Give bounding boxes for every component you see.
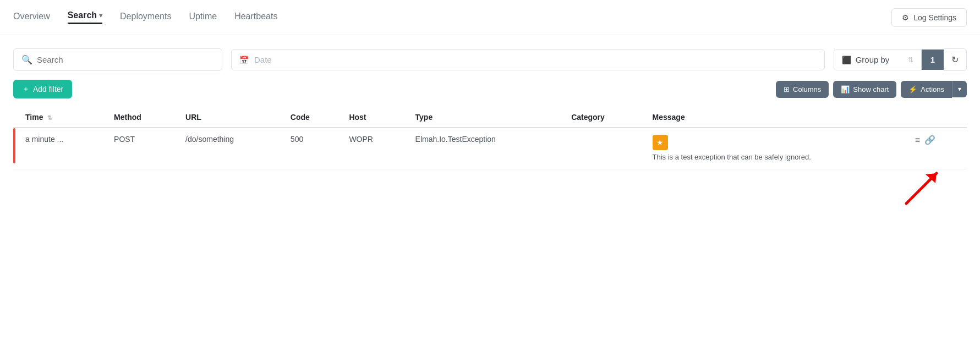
cell-code: 500	[282, 128, 341, 169]
error-severity-bar	[13, 128, 15, 163]
col-actions-placeholder	[906, 107, 967, 128]
star-badge: ★	[653, 135, 668, 150]
actions-main-button[interactable]: ⚡ Actions	[901, 81, 952, 98]
actions-split-button: ⚡ Actions ▾	[901, 81, 967, 98]
chart-icon: 📊	[841, 85, 850, 94]
show-chart-button[interactable]: 📊 Show chart	[833, 81, 896, 98]
sort-arrows-icon: ⇅	[908, 56, 913, 64]
page-number: 1	[922, 50, 944, 70]
log-settings-label: Log Settings	[913, 13, 956, 22]
col-message: Message	[644, 107, 906, 128]
log-settings-button[interactable]: ⚙ Log Settings	[891, 8, 967, 27]
col-code: Code	[282, 107, 341, 128]
message-text: This is a test exception that can be saf…	[653, 152, 897, 162]
gear-icon: ⚙	[902, 13, 909, 22]
nav-search-arrow: ▾	[99, 12, 102, 19]
col-category: Category	[562, 107, 643, 128]
col-url: URL	[177, 107, 282, 128]
col-type: Type	[407, 107, 563, 128]
date-picker[interactable]: 📅 Date	[231, 49, 825, 70]
col-time: Time ⇅	[17, 107, 105, 128]
search-box[interactable]: 🔍	[13, 48, 222, 71]
col-method: Method	[105, 107, 177, 128]
nav-uptime[interactable]: Uptime	[189, 12, 217, 24]
calendar-icon: 📅	[239, 56, 249, 64]
nav-search-label: Search	[68, 10, 97, 20]
main-content: 🔍 📅 Date ⬛ Group by ⇅ 1 ↻ ＋ Add filter ⊞…	[0, 35, 980, 213]
search-input[interactable]	[37, 55, 214, 64]
groupby-section: ⬛ Group by ⇅ 1 ↻	[834, 48, 967, 71]
filter-row: ＋ Add filter ⊞ Columns 📊 Show chart ⚡ Ac…	[13, 80, 967, 98]
row-action-icons: ≡ 🔗	[915, 135, 958, 145]
sort-icon: ⇅	[47, 114, 52, 121]
groupby-selector[interactable]: ⬛ Group by ⇅	[834, 49, 922, 70]
groupby-label: Group by	[856, 55, 904, 64]
add-filter-button[interactable]: ＋ Add filter	[13, 80, 72, 98]
nav-items: Overview Search ▾ Deployments Uptime Hea…	[13, 10, 891, 24]
columns-label: Columns	[793, 85, 821, 94]
cell-method: POST	[105, 128, 177, 169]
top-navigation: Overview Search ▾ Deployments Uptime Hea…	[0, 0, 980, 35]
columns-button[interactable]: ⊞ Columns	[776, 81, 829, 98]
cell-row-actions: ≡ 🔗	[906, 128, 967, 169]
table-header-row: Time ⇅ Method URL Code Host Type Categor…	[13, 107, 967, 128]
actions-dropdown-button[interactable]: ▾	[952, 81, 967, 97]
chevron-down-icon: ▾	[958, 85, 961, 93]
bolt-icon: ⚡	[908, 85, 917, 94]
search-icon: 🔍	[21, 54, 32, 65]
plus-icon: ＋	[22, 84, 30, 94]
action-buttons: ⊞ Columns 📊 Show chart ⚡ Actions ▾	[776, 81, 967, 98]
nav-deployments[interactable]: Deployments	[120, 12, 171, 24]
cell-message: ★ This is a test exception that can be s…	[644, 128, 906, 169]
nav-search[interactable]: Search ▾	[68, 10, 102, 24]
nav-overview[interactable]: Overview	[13, 12, 50, 24]
actions-label: Actions	[921, 85, 944, 94]
cell-host: WOPR	[340, 128, 406, 169]
refresh-button[interactable]: ↻	[944, 48, 967, 71]
table-row[interactable]: a minute ... POST /do/something 500 WOPR…	[13, 128, 967, 169]
columns-icon: ⊞	[784, 85, 790, 94]
add-filter-label: Add filter	[33, 85, 63, 94]
red-arrow-annotation	[901, 168, 945, 208]
cell-category	[562, 128, 643, 169]
layers-icon: ⬛	[842, 56, 851, 64]
cell-url: /do/something	[177, 128, 282, 169]
link-icon[interactable]: 🔗	[924, 135, 935, 145]
search-row: 🔍 📅 Date ⬛ Group by ⇅ 1 ↻	[13, 48, 967, 71]
show-chart-label: Show chart	[853, 85, 889, 94]
cell-type: Elmah.Io.TestException	[407, 128, 563, 169]
date-label: Date	[254, 55, 272, 64]
nav-heartbeats[interactable]: Heartbeats	[234, 12, 277, 24]
log-table: Time ⇅ Method URL Code Host Type Categor…	[13, 107, 967, 169]
col-host: Host	[340, 107, 406, 128]
annotation-container	[13, 169, 967, 213]
cell-time: a minute ...	[17, 128, 105, 169]
menu-icon[interactable]: ≡	[915, 135, 920, 145]
